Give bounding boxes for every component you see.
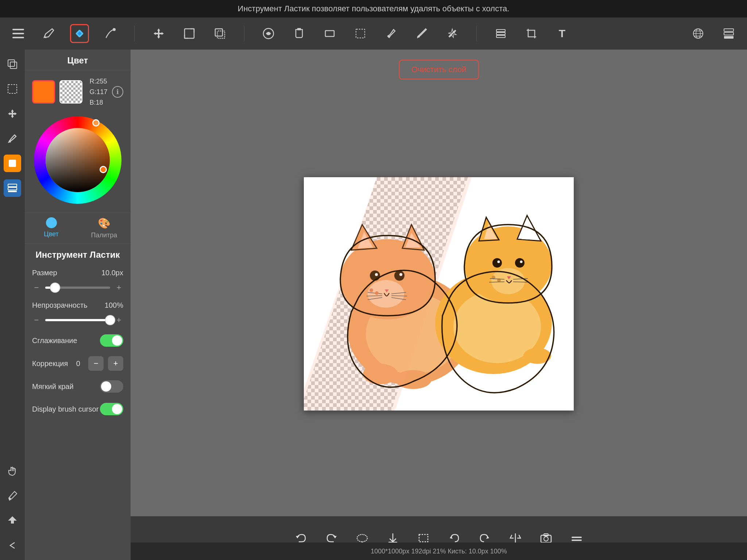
move-tool-icon[interactable] [149,24,168,43]
display-brush-cursor-label: Display brush cursor [32,405,100,413]
svg-rect-6 [185,29,194,38]
menu-icon[interactable] [9,24,28,43]
layers-sidebar-icon[interactable] [4,179,21,197]
correction-row: Коррекция 0 − + [25,352,131,375]
canvas-resize-icon[interactable] [180,24,199,43]
color-picker-inner[interactable] [46,128,110,192]
correction-value: 0 [72,359,84,368]
palette-tab-label: Палитра [91,232,117,239]
hue-handle[interactable] [92,119,100,127]
hand-tool-icon[interactable] [4,462,21,480]
display-brush-cursor-row: Display brush cursor [25,398,131,420]
opacity-slider-thumb[interactable] [105,315,115,325]
opacity-minus-button[interactable]: − [32,315,41,325]
svg-line-84 [513,282,529,282]
size-value: 10.0px [101,269,123,277]
smoothing-toggle[interactable] [100,334,123,347]
saturation-value-picker[interactable] [46,128,110,192]
paint-bucket-icon[interactable] [290,24,309,43]
back-icon[interactable] [4,537,21,554]
brush-sidebar-icon[interactable] [4,130,21,147]
tool-name: Инструмент Ластик [25,244,131,264]
opacity-plus-button[interactable]: + [115,315,123,325]
selection-sidebar-icon[interactable] [4,80,21,98]
svg-rect-35 [8,191,17,192]
color-active-icon[interactable] [4,155,21,172]
svg-rect-94 [572,537,582,538]
svg-point-74 [492,258,502,268]
transform-icon[interactable] [210,24,229,43]
smoothing-toggle-thumb [112,335,122,346]
correction-label: Коррекция [32,359,68,368]
correction-minus-button[interactable]: − [88,356,104,371]
size-minus-button[interactable]: − [32,283,41,292]
status-bar: 1000*1000px 192dpi 21% Кисть: 10.0px 100… [131,542,747,560]
text-tool-icon[interactable]: T [553,24,572,43]
opacity-slider[interactable] [45,319,110,321]
crop-icon[interactable] [522,24,541,43]
primary-color-swatch[interactable] [32,80,55,104]
svg-rect-7 [215,29,222,36]
tab-palette[interactable]: 🎨 Палитра [78,213,131,244]
soft-edge-toggle[interactable] [100,380,123,393]
svg-rect-10 [297,28,301,30]
color-wheel[interactable] [34,116,121,204]
smudge-tool-icon[interactable] [101,24,120,43]
magic-wand-icon[interactable] [443,24,462,43]
display-brush-cursor-toggle[interactable] [100,403,123,415]
svg-rect-0 [12,29,24,30]
display-brush-cursor-toggle-thumb [112,404,122,414]
rgb-values: R:255 G:117 B:18 [90,76,108,108]
eyedropper-icon[interactable] [382,24,400,43]
canvas-area: Очистить слой [131,50,747,538]
pencil-tool-icon[interactable] [39,24,58,43]
transform-sidebar-icon[interactable] [4,105,21,122]
eraser-tool-icon[interactable] [70,24,89,43]
opacity-setting: Непрозрачность 100% [25,297,131,314]
fill-tool-icon[interactable] [259,24,278,43]
svg-rect-25 [724,29,734,31]
canvas-frame[interactable] [304,177,574,411]
layers-right-icon[interactable] [719,24,738,43]
selection-tool-icon[interactable] [351,24,370,43]
palette-tab-icon: 🎨 [98,217,111,229]
color-tabs: Цвет 🎨 Палитра [25,213,131,244]
globe-icon[interactable] [689,24,708,43]
left-sidebar [0,50,25,560]
secondary-color-swatch[interactable] [59,80,82,104]
color-wheel-container [25,113,131,210]
layers-btn-icon[interactable] [491,24,510,43]
svg-rect-29 [10,62,17,69]
smoothing-label: Сглаживание [32,337,100,345]
color-tab-icon [46,217,57,228]
svg-rect-19 [496,35,505,38]
svg-point-36 [9,498,11,500]
size-slider-thumb[interactable] [50,283,60,293]
svg-point-5 [113,28,116,31]
svg-point-14 [418,35,420,38]
rectangle-tool-icon[interactable] [320,24,339,43]
svg-point-87 [357,534,367,542]
tab-color[interactable]: Цвет [25,213,78,244]
size-slider[interactable] [45,287,110,289]
status-text: 1000*1000px 192dpi 21% Кисть: 10.0px 100… [371,548,507,555]
size-slider-row: − + [25,281,131,297]
smoothing-row: Сглаживание [25,329,131,352]
edit-icon[interactable] [412,24,431,43]
correction-plus-button[interactable]: + [108,356,123,371]
share-icon[interactable] [4,512,21,529]
svg-point-75 [515,258,525,268]
opacity-slider-row: − + [25,314,131,329]
svg-rect-30 [8,85,17,93]
eyedropper-sidebar-icon[interactable] [4,487,21,505]
svg-rect-2 [12,37,24,38]
svg-rect-95 [572,540,582,541]
size-label: Размер [32,269,76,277]
svg-rect-34 [8,187,17,190]
size-plus-button[interactable]: + [115,283,123,292]
color-info-button[interactable]: ℹ [112,86,123,98]
clear-layer-button[interactable]: Очистить слой [399,60,479,79]
duplicate-icon[interactable] [4,55,21,73]
svg-point-31 [9,140,11,143]
svg-rect-1 [12,33,24,34]
